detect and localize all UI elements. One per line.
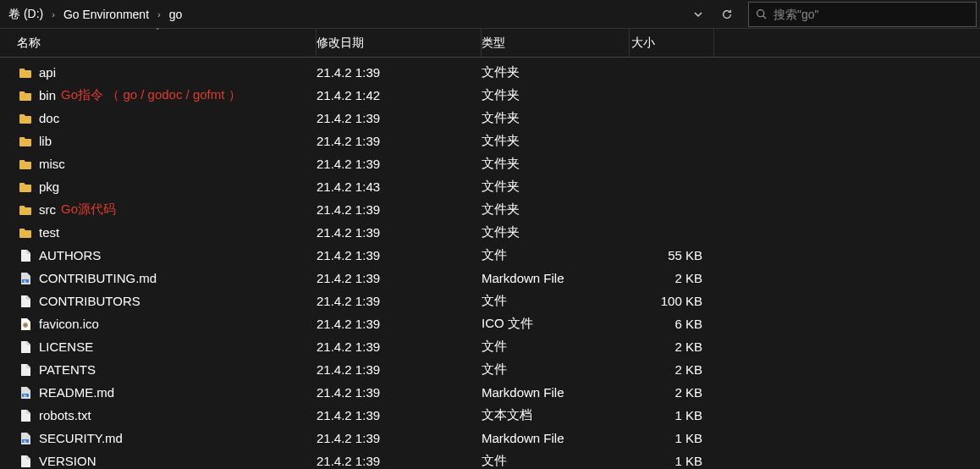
file-name-label: LICENSE (39, 339, 93, 354)
file-date-cell: 21.4.2 1:39 (317, 248, 482, 262)
column-header-name[interactable]: ˄ 名称 (0, 29, 317, 57)
file-type-cell: Markdown File (482, 385, 630, 400)
file-name-label: VERSION (39, 454, 96, 468)
file-name-label: robots.txt (39, 408, 91, 422)
file-size-cell: 2 KB (630, 271, 714, 285)
file-date-cell: 21.4.2 1:39 (317, 362, 482, 377)
file-name-cell: api (0, 65, 317, 80)
chevron-right-icon: › (154, 9, 164, 19)
file-date-cell: 21.4.2 1:39 (317, 294, 482, 308)
file-name-label: doc (39, 111, 59, 125)
column-header-date-label: 修改日期 (317, 36, 364, 51)
file-row[interactable]: LICENSE21.4.2 1:39文件2 KB (0, 335, 980, 358)
file-name-cell: lib (0, 134, 317, 148)
chevron-right-icon: › (48, 9, 58, 19)
file-row[interactable]: favicon.ico21.4.2 1:39ICO 文件6 KB (0, 312, 980, 335)
file-icon (17, 409, 34, 422)
file-row[interactable]: test21.4.2 1:39文件夹 (0, 221, 980, 244)
file-type-cell: Markdown File (482, 431, 630, 445)
file-type-cell: 文件夹 (482, 201, 630, 218)
file-row[interactable]: M↓README.md21.4.2 1:39Markdown File2 KB (0, 381, 980, 404)
folder-icon (17, 135, 34, 147)
file-name-cell: misc (0, 157, 317, 171)
file-name-label: PATENTS (39, 362, 96, 377)
file-name-label: AUTHORS (39, 248, 101, 262)
file-type-cell: 文件夹 (482, 87, 630, 103)
file-type-cell: 文件夹 (482, 110, 630, 126)
folder-icon (17, 204, 34, 216)
column-header-type[interactable]: 类型 (482, 29, 630, 57)
file-type-cell: 文件夹 (482, 156, 630, 172)
file-size-cell: 2 KB (630, 362, 714, 377)
file-type-cell: 文件 (482, 247, 630, 263)
file-name-label: CONTRIBUTORS (39, 294, 140, 308)
column-header-size-label: 大小 (631, 36, 655, 51)
svg-point-5 (25, 323, 27, 326)
file-name-cell: PATENTS (0, 362, 317, 377)
file-row[interactable]: srcGo源代码21.4.2 1:39文件夹 (0, 198, 980, 221)
search-icon (749, 8, 774, 19)
file-date-cell: 21.4.2 1:42 (317, 88, 482, 102)
svg-point-0 (757, 10, 764, 17)
column-headers: ˄ 名称 修改日期 类型 大小 (0, 29, 980, 58)
refresh-button[interactable] (713, 0, 741, 29)
file-size-cell: 6 KB (630, 317, 714, 331)
svg-text:M↓: M↓ (24, 279, 28, 283)
file-name-cell: LICENSE (0, 339, 317, 354)
file-type-cell: ICO 文件 (482, 316, 630, 332)
file-name-cell: M↓CONTRIBUTING.md (0, 271, 317, 285)
file-size-cell: 55 KB (630, 248, 714, 262)
sort-indicator-icon: ˄ (156, 27, 160, 36)
breadcrumb-item[interactable]: Go Environment (58, 0, 154, 28)
search-input[interactable] (774, 8, 976, 21)
folder-icon (17, 67, 34, 79)
file-name-label: CONTRIBUTING.md (39, 271, 157, 285)
file-name-cell: srcGo源代码 (0, 201, 317, 218)
file-row[interactable]: PATENTS21.4.2 1:39文件2 KB (0, 358, 980, 381)
file-row[interactable]: M↓CONTRIBUTING.md21.4.2 1:39Markdown Fil… (0, 267, 980, 290)
ico-file-icon (17, 317, 34, 331)
folder-icon (17, 227, 34, 239)
column-header-type-label: 类型 (482, 36, 505, 51)
file-name-cell: CONTRIBUTORS (0, 294, 317, 308)
file-date-cell: 21.4.2 1:39 (317, 454, 482, 468)
breadcrumb-item[interactable]: go (164, 0, 188, 28)
search-box[interactable] (748, 2, 977, 27)
file-name-label: api (39, 65, 56, 80)
file-name-label: src (39, 202, 56, 217)
file-date-cell: 21.4.2 1:39 (317, 157, 482, 171)
file-row[interactable]: CONTRIBUTORS21.4.2 1:39文件100 KB (0, 290, 980, 312)
markdown-file-icon: M↓ (17, 432, 34, 445)
file-name-label: test (39, 225, 59, 240)
breadcrumb-dropdown-icon[interactable] (684, 0, 713, 29)
file-icon (17, 455, 34, 468)
svg-text:M↓: M↓ (24, 439, 28, 443)
file-row[interactable]: AUTHORS21.4.2 1:39文件55 KB (0, 244, 980, 267)
markdown-file-icon: M↓ (17, 272, 34, 285)
file-name-label: bin (39, 88, 56, 102)
file-row[interactable]: api21.4.2 1:39文件夹 (0, 61, 980, 84)
folder-icon (17, 90, 34, 102)
file-row[interactable]: robots.txt21.4.2 1:39文本文档1 KB (0, 404, 980, 427)
file-row[interactable]: pkg21.4.2 1:43文件夹 (0, 175, 980, 198)
file-type-cell: 文件夹 (482, 179, 630, 195)
column-header-date[interactable]: 修改日期 (317, 29, 482, 57)
file-size-cell: 2 KB (630, 385, 714, 400)
file-type-cell: 文件夹 (482, 224, 630, 240)
file-row[interactable]: VERSION21.4.2 1:39文件1 KB (0, 450, 980, 469)
svg-line-1 (763, 16, 766, 19)
column-header-size[interactable]: 大小 (630, 29, 714, 57)
file-type-cell: 文本文档 (482, 407, 630, 423)
folder-icon (17, 181, 34, 193)
file-date-cell: 21.4.2 1:39 (317, 111, 482, 125)
file-row[interactable]: M↓SECURITY.md21.4.2 1:39Markdown File1 K… (0, 427, 980, 450)
file-name-cell: doc (0, 111, 317, 125)
file-row[interactable]: doc21.4.2 1:39文件夹 (0, 107, 980, 130)
file-row[interactable]: lib21.4.2 1:39文件夹 (0, 130, 980, 152)
file-row[interactable]: misc21.4.2 1:39文件夹 (0, 152, 980, 175)
file-icon (17, 340, 34, 354)
file-row[interactable]: binGo指令 （ go / godoc / gofmt ）21.4.2 1:4… (0, 84, 980, 107)
breadcrumb-item[interactable]: 卷 (D:) (3, 0, 48, 28)
file-name-label: favicon.ico (39, 317, 99, 331)
file-type-cell: 文件 (482, 453, 630, 469)
